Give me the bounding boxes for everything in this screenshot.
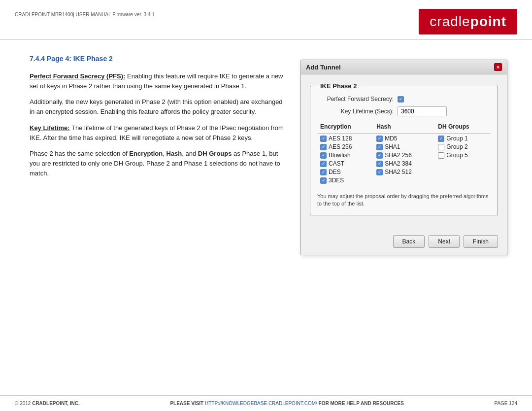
hash-sha2-384-label: SHA2 384 (385, 160, 412, 167)
enc-aes256-label: AES 256 (329, 143, 352, 150)
page-header: CRADLEPOINT MBR1400| USER MANUAL Firmwar… (0, 0, 532, 40)
enc-blowfish-checkbox[interactable]: ✓ (320, 152, 327, 159)
main-content: 7.4.4 Page 4: IKE Phase 2 Perfect Forwar… (0, 40, 532, 265)
footer-page: PAGE 124 (494, 401, 517, 406)
dh-col: ✓ Group 1 Group 2 Grou (435, 134, 491, 187)
enc-aes128-checkbox[interactable]: ✓ (320, 136, 327, 142)
dialog-title: Add Tunnel (306, 64, 341, 71)
hash-sha2-512-checkbox[interactable]: ✓ (376, 169, 383, 175)
key-lifetime-label: Key Lifetime (Secs): (317, 108, 394, 115)
phase2-dh-label: DH Groups (198, 150, 232, 157)
hash-sha1-label: SHA1 (385, 143, 400, 150)
phase2-hash-label: Hash (166, 150, 182, 157)
paragraph-additionally: Additionally, the new keys generated in … (30, 97, 286, 117)
hash-sha2-512: ✓ SHA2 512 (376, 169, 432, 175)
hash-sha1: ✓ SHA1 (376, 143, 432, 150)
dh-group1-checkbox[interactable]: ✓ (438, 136, 444, 142)
phase2-text-1: Phase 2 has the same selection of (30, 150, 129, 157)
encryption-col: ✓ AES 128 ✓ AES 256 ✓ Bl (317, 134, 373, 187)
key-lifetime-term: Key Lifetime: (30, 124, 70, 132)
header-meta: CRADLEPOINT MBR1400| USER MANUAL Firmwar… (15, 9, 155, 17)
add-tunnel-dialog: Add Tunnel × IKE Phase 2 Perfect Forward… (300, 60, 507, 255)
hash-sha2-384-checkbox[interactable]: ✓ (376, 161, 383, 167)
enc-aes256: ✓ AES 256 (320, 143, 370, 150)
enc-des: ✓ DES (320, 169, 370, 175)
phase2-text-3: , and (182, 150, 198, 157)
enc-3des-label: 3DES (329, 177, 344, 184)
footer-copyright: © 2012 CRADLEPOINT, INC. (15, 401, 80, 406)
footer-center: PLEASE VISIT HTTP://KNOWLEDGEBASE.CRADLE… (80, 401, 495, 406)
enc-3des-checkbox[interactable]: ✓ (320, 177, 327, 184)
close-button[interactable]: × (494, 63, 502, 71)
pfs-label: Perfect Forward Secrecy: (317, 96, 394, 103)
table-row: ✓ AES 128 ✓ AES 256 ✓ Bl (317, 134, 491, 187)
footer-link[interactable]: HTTP://KNOWLEDGEBASE.CRADLEPOINT.COM/ (205, 401, 317, 406)
enc-aes128: ✓ AES 128 (320, 135, 370, 142)
dh-group5-checkbox[interactable] (438, 152, 444, 159)
hash-sha1-checkbox[interactable]: ✓ (376, 144, 383, 150)
finish-button[interactable]: Finish (464, 235, 498, 248)
page-footer: © 2012 CRADLEPOINT, INC. PLEASE VISIT HT… (0, 395, 532, 411)
phase2-text-2: , (163, 150, 166, 157)
dh-group1: ✓ Group 1 (438, 135, 488, 142)
pfs-checkbox[interactable]: ✓ (398, 96, 404, 103)
col-header-hash: Hash (373, 121, 435, 134)
enc-blowfish-label: Blowfish (329, 152, 351, 159)
enc-cast: ✓ CAST (320, 160, 370, 167)
additionally-text: Additionally, the new keys generated in … (30, 98, 283, 115)
enc-cast-label: CAST (329, 160, 344, 167)
dialog-body: IKE Phase 2 Perfect Forward Secrecy: ✓ K… (301, 74, 507, 230)
enc-aes128-label: AES 128 (329, 135, 352, 142)
dialog-footer: Back Next Finish (301, 230, 507, 255)
col-header-encryption: Encryption (317, 121, 373, 134)
hash-sha2-256-label: SHA2 256 (385, 152, 412, 159)
paragraph-key-lifetime: Key Lifetime: The lifetime of the genera… (30, 123, 286, 143)
phase2-encryption-label: Encryption (129, 150, 163, 157)
hash-sha2-384: ✓ SHA2 384 (376, 160, 432, 167)
key-lifetime-input[interactable] (398, 106, 447, 116)
paragraph-pfs: Perfect Forward Secrecy (PFS): Enabling … (30, 71, 286, 91)
enc-des-label: DES (329, 169, 341, 175)
fieldset-legend: IKE Phase 2 (317, 82, 360, 90)
logo: cradlepoint (419, 9, 517, 34)
dh-group5-label: Group 5 (446, 152, 467, 159)
key-lifetime-row: Key Lifetime (Secs): (317, 106, 491, 116)
enc-blowfish: ✓ Blowfish (320, 152, 370, 159)
dialog-titlebar: Add Tunnel × (301, 60, 507, 74)
text-area: 7.4.4 Page 4: IKE Phase 2 Perfect Forwar… (30, 55, 286, 255)
dh-group1-label: Group 1 (446, 135, 467, 142)
pfs-term: Perfect Forward Secrecy (PFS): (30, 72, 125, 80)
footer-company: CRADLEPOINT, INC. (32, 401, 80, 406)
drag-note: You may adjust the proposal order by dra… (317, 193, 491, 208)
paragraph-phase2: Phase 2 has the same selection of Encryp… (30, 149, 286, 178)
options-table: Encryption Hash DH Groups ✓ AES 128 (317, 121, 491, 187)
enc-cast-checkbox[interactable]: ✓ (320, 161, 327, 167)
enc-aes256-checkbox[interactable]: ✓ (320, 144, 327, 150)
next-button[interactable]: Next (429, 235, 460, 248)
dh-group5: Group 5 (438, 152, 488, 159)
hash-md5-label: MD5 (385, 135, 397, 142)
dh-group2: Group 2 (438, 143, 488, 150)
back-button[interactable]: Back (393, 235, 425, 248)
enc-3des: ✓ 3DES (320, 177, 370, 184)
hash-md5: ✓ MD5 (376, 135, 432, 142)
section-title: 7.4.4 Page 4: IKE Phase 2 (30, 55, 286, 63)
dh-group2-label: Group 2 (446, 143, 467, 150)
ike-phase2-fieldset: IKE Phase 2 Perfect Forward Secrecy: ✓ K… (310, 82, 498, 215)
enc-des-checkbox[interactable]: ✓ (320, 169, 327, 175)
hash-sha2-512-label: SHA2 512 (385, 169, 412, 175)
hash-sha2-256-checkbox[interactable]: ✓ (376, 152, 383, 159)
pfs-row: Perfect Forward Secrecy: ✓ (317, 96, 491, 103)
hash-col: ✓ MD5 ✓ SHA1 ✓ SHA2 256 (373, 134, 435, 187)
dialog-area: Add Tunnel × IKE Phase 2 Perfect Forward… (300, 60, 507, 255)
col-header-dh-groups: DH Groups (435, 121, 491, 134)
hash-md5-checkbox[interactable]: ✓ (376, 136, 383, 142)
dh-group2-checkbox[interactable] (438, 144, 444, 150)
hash-sha2-256: ✓ SHA2 256 (376, 152, 432, 159)
logo-text: cradlepoint (430, 14, 506, 29)
